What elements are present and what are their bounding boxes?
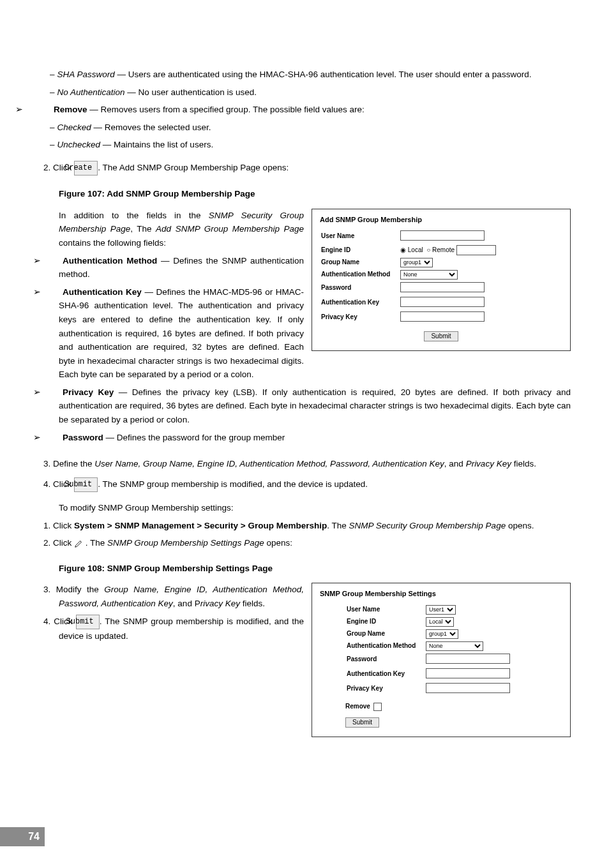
sel-auth-method[interactable]: None bbox=[400, 270, 458, 280]
fld-auth-key[interactable] bbox=[400, 297, 485, 307]
s-lbl-engine: Engine ID bbox=[345, 616, 425, 628]
s-lbl-user: User Name bbox=[345, 604, 425, 616]
remove-unchecked: –Unchecked — Maintains the list of users… bbox=[59, 138, 571, 152]
fld-priv-key[interactable] bbox=[400, 311, 485, 322]
sub-bullet-sha: –SHA Password — Users are authenticated … bbox=[59, 68, 571, 82]
remove-text: — Removes users from a specified group. … bbox=[87, 105, 365, 114]
submit-button-1[interactable]: Submit bbox=[74, 477, 98, 492]
lbl-password: Password bbox=[320, 281, 399, 296]
remove-bullet: ➢Remove — Removes users from a specified… bbox=[59, 103, 571, 117]
page-number: 74 bbox=[0, 827, 45, 846]
step-4: 4. Click Submit. The SNMP group membersh… bbox=[59, 477, 571, 492]
settings-submit-button[interactable]: Submit bbox=[345, 717, 379, 728]
modify-header: To modify SNMP Group Membership settings… bbox=[59, 501, 571, 515]
step-2: 2. Click Create. The Add SNMP Group Memb… bbox=[59, 161, 571, 176]
unchecked-label: Unchecked bbox=[57, 140, 101, 149]
bullet-priv-key: ➢Privacy Key — Defines the privacy key (… bbox=[59, 385, 571, 427]
lbl-priv-key: Privacy Key bbox=[320, 310, 399, 325]
step-3: 3. Define the User Name, Group Name, Eng… bbox=[59, 457, 571, 471]
radio-local[interactable]: ◉ Local bbox=[400, 246, 423, 253]
fld-engine-remote[interactable] bbox=[456, 245, 496, 255]
mod-step-1: 1. Click System > SNMP Management > Secu… bbox=[59, 519, 571, 533]
checked-text: — Removes the selected user. bbox=[91, 123, 211, 132]
s-sel-auth-m[interactable]: None bbox=[426, 641, 483, 651]
noauth-label: No Authentication bbox=[57, 87, 125, 97]
lbl-auth-key: Authentication Key bbox=[320, 296, 399, 310]
create-button[interactable]: Create bbox=[74, 161, 98, 176]
sel-group-name[interactable]: group1 bbox=[400, 258, 433, 267]
figure-108-title: Figure 108: SNMP Group Membership Settin… bbox=[59, 562, 571, 576]
s-lbl-auth-m: Authentication Method bbox=[345, 640, 425, 652]
submit-button-2[interactable]: Submit bbox=[76, 615, 100, 629]
s-lbl-pass: Password bbox=[345, 652, 425, 667]
lbl-user-name: User Name bbox=[320, 229, 399, 244]
s-fld-pass[interactable] bbox=[426, 654, 510, 664]
remove-checked: –Checked — Removes the selected user. bbox=[59, 121, 571, 135]
bullet-password: ➢Password — Defines the password for the… bbox=[59, 431, 571, 445]
s-sel-engine[interactable]: Local bbox=[426, 617, 454, 627]
fld-password[interactable] bbox=[400, 282, 485, 292]
step2-post: . The Add SNMP Group Membership Page ope… bbox=[98, 163, 289, 172]
unchecked-text: — Maintains the list of users. bbox=[100, 140, 213, 149]
s-fld-authk[interactable] bbox=[426, 668, 510, 678]
settings-box: SNMP Group Membership Settings User Name… bbox=[312, 583, 571, 737]
s-sel-group[interactable]: group1 bbox=[426, 629, 458, 639]
sha-label: SHA Password bbox=[57, 70, 115, 79]
radio-remote[interactable]: ○ Remote bbox=[426, 246, 455, 253]
sub-bullet-noauth: –No Authentication — No user authenticat… bbox=[59, 86, 571, 100]
settings-title: SNMP Group Membership Settings bbox=[320, 590, 562, 598]
add-box-title: Add SNMP Group Membership bbox=[320, 216, 562, 224]
add-snmp-box: Add SNMP Group Membership User Name Engi… bbox=[312, 209, 571, 351]
lbl-group-name: Group Name bbox=[320, 257, 399, 269]
remove-row: Remove bbox=[345, 703, 562, 711]
s-fld-privk[interactable] bbox=[426, 683, 510, 693]
remove-label: Remove bbox=[54, 105, 87, 114]
remove-checkbox[interactable] bbox=[373, 703, 382, 711]
checked-label: Checked bbox=[57, 123, 91, 132]
mod-step-2: 2. Click . The SNMP Group Membership Set… bbox=[59, 536, 571, 550]
s-lbl-group: Group Name bbox=[345, 628, 425, 640]
s-sel-user[interactable]: User1 bbox=[426, 605, 456, 615]
sha-text: — Users are authenticated using the HMAC… bbox=[115, 70, 532, 79]
lbl-engine-id: Engine ID bbox=[320, 244, 399, 257]
s-lbl-privk: Privacy Key bbox=[345, 682, 425, 696]
pencil-icon[interactable] bbox=[74, 539, 83, 548]
fld-user-name[interactable] bbox=[400, 230, 485, 241]
s-lbl-authk: Authentication Key bbox=[345, 667, 425, 682]
add-submit-button[interactable]: Submit bbox=[424, 331, 458, 341]
figure-107-title: Figure 107: Add SNMP Group Membership Pa… bbox=[59, 187, 571, 201]
noauth-text: — No user authentication is used. bbox=[125, 87, 257, 97]
lbl-auth-method: Authentication Method bbox=[320, 269, 399, 281]
